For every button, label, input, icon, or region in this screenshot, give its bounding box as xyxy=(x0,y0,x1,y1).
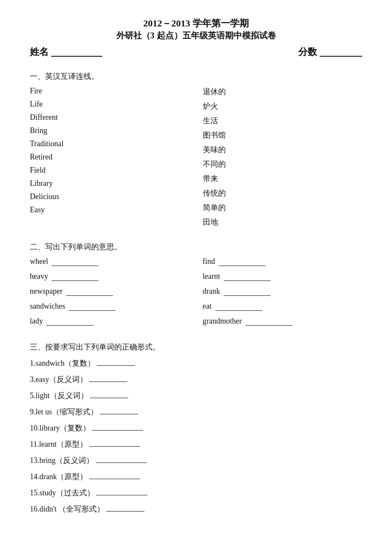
list-item: eat xyxy=(203,302,362,311)
item-label: 9.let us（缩写形式） xyxy=(30,408,98,416)
list-item: 9.let us（缩写形式） xyxy=(30,406,362,417)
list-item: heavy xyxy=(30,272,189,281)
answer-blank xyxy=(52,257,98,266)
answer-blank xyxy=(52,272,98,281)
section2-right: findlearntdrankeatgrandmother xyxy=(203,257,362,332)
section3-items: 1.sandwich（复数）3.easy（反义词）5.light（反义词）9.l… xyxy=(30,357,362,514)
section2: 二、写出下列单词的意思。 wheelheavynewspapersandwich… xyxy=(30,242,362,332)
section1-right: 退休的炉火生活图书馆美味的不同的带来传统的简单的田地 xyxy=(203,87,362,231)
score-blank xyxy=(320,47,362,57)
name-score-row: 姓名 分数 xyxy=(30,46,362,58)
list-item: Delicious xyxy=(30,192,189,201)
list-item: 不同的 xyxy=(203,159,362,169)
list-item: 传统的 xyxy=(203,188,362,198)
word-label: lady xyxy=(30,317,43,326)
answer-blank xyxy=(100,406,138,414)
item-label: 3.easy（反义词） xyxy=(30,375,87,384)
section2-left: wheelheavynewspapersandwicheslady xyxy=(30,257,189,332)
item-label: 14.drank（原型） xyxy=(30,472,87,481)
word-label: drank xyxy=(203,287,220,296)
word-label: wheel xyxy=(30,257,48,266)
list-item: learnt xyxy=(203,272,362,281)
item-label: 10.library（复数） xyxy=(30,424,90,432)
item-label: 13.bring（反义词） xyxy=(30,456,94,465)
list-item: Fire xyxy=(30,87,189,95)
list-item: Retired xyxy=(30,153,189,162)
answer-blank xyxy=(219,257,265,266)
item-label: 1.sandwich（复数） xyxy=(30,359,95,367)
answer-blank xyxy=(215,302,262,311)
answer-blank xyxy=(96,454,147,463)
list-item: 15.study（过去式） xyxy=(30,487,362,498)
name-field: 姓名 xyxy=(30,46,102,58)
answer-blank xyxy=(89,438,140,447)
item-label: 16.didn't （全写形式） xyxy=(30,505,104,513)
list-item: grandmother xyxy=(203,317,362,326)
list-item: wheel xyxy=(30,257,189,266)
name-blank xyxy=(51,47,102,57)
page-header: 2012－2013 学年第一学期 外研社（3 起点）五年级英语期中模拟试卷 xyxy=(30,17,362,41)
section1-title: 一、英汉互译连线。 xyxy=(30,71,362,81)
answer-blank xyxy=(224,287,271,296)
list-item: Library xyxy=(30,179,189,188)
answer-blank xyxy=(97,357,135,366)
answer-blank xyxy=(89,373,127,382)
list-item: 3.easy（反义词） xyxy=(30,373,362,384)
list-item: 5.light（反义词） xyxy=(30,390,362,401)
section3-title: 三、按要求写出下列单词的正确形式。 xyxy=(30,342,362,352)
word-label: newspaper xyxy=(30,287,63,296)
section1-columns: FireLifeDifferentBringTraditionalRetired… xyxy=(30,87,362,231)
title-line2: 外研社（3 起点）五年级英语期中模拟试卷 xyxy=(30,30,362,41)
list-item: 简单的 xyxy=(203,202,362,213)
score-field: 分数 xyxy=(298,46,362,58)
list-item: Bring xyxy=(30,126,189,135)
list-item: 带来 xyxy=(203,173,362,184)
section1: 一、英汉互译连线。 FireLifeDifferentBringTraditio… xyxy=(30,71,362,231)
word-label: learnt xyxy=(203,272,220,281)
list-item: drank xyxy=(203,287,362,296)
word-label: find xyxy=(203,257,215,266)
list-item: 10.library（复数） xyxy=(30,422,362,433)
list-item: newspaper xyxy=(30,287,189,296)
list-item: find xyxy=(203,257,362,266)
answer-blank xyxy=(245,317,292,326)
list-item: 11.learnt（原型） xyxy=(30,438,362,449)
list-item: Life xyxy=(30,100,189,109)
list-item: Easy xyxy=(30,205,189,214)
list-item: Traditional xyxy=(30,139,189,148)
list-item: 图书馆 xyxy=(203,130,362,140)
answer-blank xyxy=(106,503,144,512)
section2-columns: wheelheavynewspapersandwicheslady findle… xyxy=(30,257,362,332)
score-label: 分数 xyxy=(298,46,317,58)
answer-blank xyxy=(89,471,140,479)
list-item: 田地 xyxy=(203,217,362,227)
word-label: eat xyxy=(203,302,212,311)
answer-blank xyxy=(46,317,93,326)
list-item: sandwiches xyxy=(30,302,189,311)
word-label: sandwiches xyxy=(30,302,65,311)
list-item: 1.sandwich（复数） xyxy=(30,357,362,368)
list-item: lady xyxy=(30,317,189,326)
section3: 三、按要求写出下列单词的正确形式。 1.sandwich（复数）3.easy（反… xyxy=(30,342,362,514)
list-item: 退休的 xyxy=(203,87,362,97)
list-item: 炉火 xyxy=(203,101,362,111)
item-label: 5.light（反义词） xyxy=(30,391,88,400)
title-line1: 2012－2013 学年第一学期 xyxy=(30,17,362,30)
answer-blank xyxy=(96,487,147,495)
list-item: Field xyxy=(30,166,189,175)
answer-blank xyxy=(92,422,143,431)
section1-left: FireLifeDifferentBringTraditionalRetired… xyxy=(30,87,189,231)
answer-blank xyxy=(69,302,115,311)
answer-blank xyxy=(224,272,271,281)
item-label: 11.learnt（原型） xyxy=(30,440,87,448)
list-item: Different xyxy=(30,113,189,122)
list-item: 生活 xyxy=(203,116,362,126)
answer-blank xyxy=(90,390,128,398)
list-item: 14.drank（原型） xyxy=(30,471,362,482)
word-label: grandmother xyxy=(203,317,242,326)
item-label: 15.study（过去式） xyxy=(30,489,95,497)
list-item: 美味的 xyxy=(203,145,362,155)
word-label: heavy xyxy=(30,272,48,281)
list-item: 16.didn't （全写形式） xyxy=(30,503,362,514)
section2-title: 二、写出下列单词的意思。 xyxy=(30,242,362,252)
